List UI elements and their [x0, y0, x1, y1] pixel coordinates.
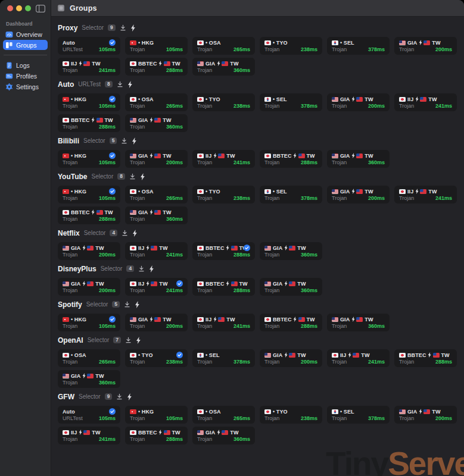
- proxy-card[interactable]: • SELTrojan378ms: [327, 37, 390, 55]
- proxy-card[interactable]: BBTECTWTrojan288ms: [260, 314, 322, 331]
- sidebar-item-groups[interactable]: Groups: [3, 40, 48, 50]
- proxy-card[interactable]: GIATWTrojan360ms: [58, 370, 120, 388]
- latency-test-button[interactable]: [138, 265, 145, 272]
- proxy-card[interactable]: • HKGTrojan105ms: [125, 37, 188, 55]
- proxy-card[interactable]: GIATWTrojan200ms: [327, 93, 390, 111]
- proxy-card[interactable]: • OSATrojan265ms: [125, 93, 188, 111]
- flag-jp-icon: [399, 353, 406, 358]
- proxy-card[interactable]: AutoURLTest105ms: [58, 406, 120, 424]
- proxy-card[interactable]: IIJTWTrojan241ms: [125, 278, 188, 296]
- latency-test-button[interactable]: [124, 301, 130, 308]
- proxy-card[interactable]: BBTECTWTrojan288ms: [394, 349, 457, 367]
- speed-test-button[interactable]: [127, 81, 133, 88]
- latency-test-button[interactable]: [125, 337, 132, 343]
- proxy-card[interactable]: BBTECTWTrojan288ms: [125, 427, 188, 444]
- proxy-card[interactable]: • OSATrojan265ms: [58, 349, 120, 367]
- sidebar-item-settings[interactable]: Settings: [3, 82, 48, 92]
- latency-test-button[interactable]: [117, 81, 123, 87]
- proxy-card[interactable]: GIATWTrojan200ms: [58, 242, 120, 260]
- proxy-card[interactable]: • HKGTrojan105ms: [58, 314, 120, 331]
- proxy-card[interactable]: GIATWTrojan200ms: [125, 314, 188, 331]
- zoom-button[interactable]: [25, 5, 31, 11]
- proxy-card[interactable]: • SELTrojan378ms: [327, 406, 390, 424]
- proxy-protocol: Trojan: [332, 323, 347, 329]
- speed-test-button[interactable]: [140, 173, 145, 180]
- proxy-card[interactable]: • HKGTrojan105ms: [58, 186, 120, 203]
- proxy-card[interactable]: • TYOTrojan238ms: [192, 93, 255, 111]
- proxy-card[interactable]: BBTECTWTrojan288ms: [192, 278, 255, 296]
- sidebar-toggle-icon[interactable]: [36, 5, 45, 12]
- proxy-card[interactable]: BBTECTWTrojan288ms: [125, 58, 188, 76]
- proxy-card[interactable]: • HKGTrojan105ms: [58, 93, 120, 111]
- proxy-card[interactable]: • TYOTrojan238ms: [260, 406, 322, 424]
- flag-jp-icon: [264, 154, 271, 158]
- proxy-card[interactable]: IIJTWTrojan241ms: [327, 349, 390, 367]
- bolt-icon: [79, 430, 82, 435]
- proxy-protocol: Trojan: [264, 159, 279, 165]
- proxy-card[interactable]: • HKGTrojan105ms: [58, 150, 120, 168]
- proxy-card[interactable]: GIATWTrojan360ms: [192, 427, 255, 444]
- proxy-card[interactable]: • SELTrojan378ms: [260, 93, 322, 111]
- proxy-card[interactable]: GIATWTrojan200ms: [394, 37, 457, 55]
- sidebar-item-profiles[interactable]: Profiles: [3, 71, 48, 81]
- proxy-card[interactable]: BBTECTWTrojan288ms: [58, 114, 120, 132]
- minimize-button[interactable]: [16, 5, 22, 11]
- sidebar-item-logs[interactable]: Logs: [3, 60, 48, 70]
- latency-test-button[interactable]: [116, 393, 123, 400]
- latency-test-button[interactable]: [122, 230, 128, 236]
- proxy-card[interactable]: IIJTWTrojan241ms: [394, 186, 457, 203]
- speed-test-button[interactable]: [149, 265, 154, 273]
- proxy-card[interactable]: • SELTrojan378ms: [192, 349, 255, 367]
- close-button[interactable]: [7, 5, 13, 11]
- proxy-card[interactable]: • OSATrojan265ms: [192, 37, 255, 55]
- proxy-card[interactable]: IIJTWTrojan241ms: [192, 314, 255, 331]
- group-cards: AutoURLTest105ms• HKGTrojan105ms• OSATro…: [58, 406, 457, 444]
- proxy-card[interactable]: GIATWTrojan360ms: [327, 314, 390, 331]
- proxy-card[interactable]: GIATWTrojan200ms: [58, 278, 120, 296]
- proxy-card[interactable]: • TYOTrojan238ms: [192, 186, 255, 203]
- proxy-card[interactable]: BBTECTWTrojan288ms: [58, 206, 120, 224]
- proxy-card[interactable]: GIATWTrojan360ms: [192, 58, 255, 76]
- flag-hk-icon: [130, 40, 136, 45]
- proxy-card[interactable]: GIATWTrojan360ms: [125, 114, 188, 132]
- proxy-card[interactable]: BBTECTWTrojan288ms: [192, 242, 255, 260]
- proxy-card[interactable]: AutoURLTest105ms: [58, 37, 120, 55]
- proxy-card[interactable]: GIATWTrojan360ms: [260, 278, 322, 296]
- proxy-card[interactable]: GIATWTrojan360ms: [125, 206, 188, 224]
- flag-tw-icon: [423, 409, 430, 414]
- proxy-card[interactable]: • HKGTrojan105ms: [125, 406, 188, 424]
- proxy-card[interactable]: GIATWTrojan200ms: [260, 349, 322, 367]
- proxy-card[interactable]: • TYOTrojan238ms: [125, 349, 188, 367]
- proxy-latency: 105ms: [99, 323, 116, 329]
- proxy-card[interactable]: GIATWTrojan360ms: [260, 242, 322, 260]
- proxy-card[interactable]: GIATWTrojan200ms: [394, 406, 457, 424]
- bolt-icon: [146, 245, 150, 250]
- proxy-card[interactable]: GIATWTrojan200ms: [327, 186, 390, 203]
- latency-test-button[interactable]: [120, 24, 126, 31]
- speed-test-button[interactable]: [136, 337, 141, 344]
- proxy-card[interactable]: IIJTWTrojan241ms: [125, 242, 188, 260]
- proxy-card[interactable]: • OSATrojan265ms: [125, 186, 188, 203]
- speed-test-button[interactable]: [132, 230, 138, 237]
- flag-tw-icon: [298, 154, 305, 158]
- latency-test-button[interactable]: [129, 173, 136, 180]
- proxy-card[interactable]: IIJTWTrojan241ms: [58, 427, 120, 444]
- speed-test-button[interactable]: [127, 393, 132, 400]
- proxy-card[interactable]: IIJTWTrojan241ms: [394, 93, 457, 111]
- proxy-card[interactable]: • TYOTrojan238ms: [260, 37, 322, 55]
- proxy-card[interactable]: IIJTWTrojan241ms: [58, 58, 120, 76]
- proxy-card[interactable]: BBTECTWTrojan288ms: [260, 150, 322, 168]
- sidebar-item-overview[interactable]: Overview: [3, 29, 48, 39]
- proxy-card[interactable]: • OSATrojan265ms: [192, 406, 255, 424]
- flag-tw-icon: [218, 317, 225, 322]
- proxy-protocol: Trojan: [197, 252, 212, 258]
- proxy-card[interactable]: GIATWTrojan360ms: [327, 150, 390, 168]
- group-type: Selector: [82, 24, 104, 31]
- speed-test-button[interactable]: [132, 137, 137, 145]
- proxy-card[interactable]: IIJTWTrojan241ms: [192, 150, 255, 168]
- speed-test-button[interactable]: [135, 301, 140, 308]
- proxy-card[interactable]: GIATWTrojan200ms: [125, 150, 188, 168]
- latency-test-button[interactable]: [121, 137, 127, 144]
- speed-test-button[interactable]: [130, 24, 136, 32]
- proxy-card[interactable]: • SELTrojan378ms: [260, 186, 322, 203]
